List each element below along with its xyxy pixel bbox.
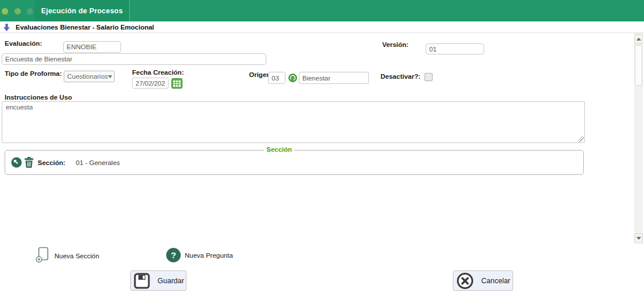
evaluacion-nombre-input[interactable] [2,53,266,65]
cancelar-label: Cancelar [481,277,510,285]
header-bar: Ejecución de Procesos [0,0,644,21]
instrucciones-textarea[interactable]: encuesta [2,101,585,143]
window-dot-1[interactable] [2,8,8,14]
scroll-up-arrow-icon [636,38,641,41]
guardar-label: Guardar [158,277,184,285]
fecha-creacion-label: Fecha Creación: [132,69,184,76]
version-label: Versión: [382,41,408,48]
breadcrumb: Evaluaciones Bienestar - Salario Emocion… [0,21,644,33]
page-title: Evaluaciones Bienestar - Salario Emocion… [16,24,154,31]
scroll-up-button[interactable] [634,34,643,44]
evaluacion-label: Evaluación: [5,40,42,47]
tipo-proforma-select[interactable]: Cuestionarios [64,71,115,82]
fecha-creacion-input[interactable] [132,78,169,89]
app-window: Ejecución de Procesos Evaluaciones Biene… [0,0,644,300]
window-dot-2[interactable] [14,8,21,14]
scroll-down-arrow-icon [636,237,641,240]
delete-section-trash-icon[interactable] [24,157,34,170]
seccion-row-value: 01 - Generales [76,159,120,166]
desactivar-label: Desactivar?: [380,73,420,80]
question-mark-icon: ? [166,248,181,262]
new-section-document-icon [35,247,50,265]
evaluacion-code-input[interactable] [63,41,121,53]
origen-nombre-input[interactable] [299,72,369,84]
seccion-row-label: Sección: [38,159,65,166]
instrucciones-label: Instrucciones de Uso [5,94,72,101]
calendar-icon[interactable] [171,78,182,91]
save-floppy-icon [134,273,150,289]
select-section-icon[interactable] [11,157,22,170]
collapse-down-arrow-icon[interactable] [3,23,10,34]
seccion-legend: Sección [264,146,294,153]
origen-code-input[interactable] [268,72,286,84]
origen-lookup-icon[interactable] [288,74,297,85]
nueva-seccion-button[interactable]: Nueva Sección [35,247,99,265]
nueva-pregunta-button[interactable]: ? Nueva Pregunta [166,248,233,262]
seccion-panel: Sección Sección: 01 - Generales [5,150,584,175]
nueva-seccion-label: Nueva Sección [54,253,99,259]
select-dropdown-arrow-icon [108,75,112,78]
tab-ejecucion-de-procesos[interactable]: Ejecución de Procesos [35,0,130,21]
guardar-button[interactable]: Guardar [130,270,186,291]
tipo-proforma-label: Tipo de Proforma: [5,70,62,77]
tab-title: Ejecución de Procesos [41,7,123,15]
vertical-scrollbar[interactable] [634,33,643,243]
tipo-proforma-value: Cuestionarios [67,73,108,80]
desactivar-checkbox[interactable] [425,73,433,81]
textarea-resize-grip[interactable] [578,136,584,142]
scroll-down-button[interactable] [634,233,643,243]
cancelar-button[interactable]: Cancelar [453,270,513,291]
window-dot-3[interactable] [27,8,33,14]
version-input[interactable] [426,43,484,54]
scrollbar-thumb[interactable] [635,45,642,86]
nueva-pregunta-label: Nueva Pregunta [185,252,233,259]
cancel-x-icon [456,272,474,290]
